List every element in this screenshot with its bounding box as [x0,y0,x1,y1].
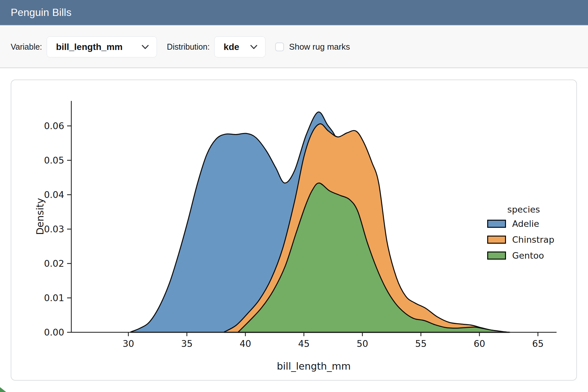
svg-text:60: 60 [474,338,485,349]
legend-item: Gentoo [487,251,560,261]
svg-text:0.05: 0.05 [44,155,64,166]
distribution-select-value: kde [224,42,239,52]
partial-chart-corner-peek [0,387,6,392]
distribution-select[interactable]: kde [214,36,265,57]
svg-text:55: 55 [415,338,427,349]
distribution-label: Distribution: [167,42,210,52]
page-title: Penguin Bills [11,6,72,18]
svg-text:40: 40 [240,338,251,349]
chart-card: 30354045505560650.000.010.020.030.040.05… [11,80,577,381]
svg-text:35: 35 [181,338,193,349]
svg-text:65: 65 [532,338,544,349]
legend-label: Chinstrap [512,235,554,245]
legend-swatch [487,236,506,244]
svg-text:0.03: 0.03 [44,224,64,235]
variable-label: Variable: [11,42,42,52]
svg-text:45: 45 [298,338,310,349]
rug-checkbox-group: Show rug marks [275,42,350,52]
legend: species AdelieChinstrapGentoo [487,204,560,266]
variable-select[interactable]: bill_length_mm [47,36,157,57]
controls-toolbar: Variable: bill_length_mm Distribution: k… [0,26,588,68]
legend-label: Gentoo [512,251,544,261]
svg-text:0.06: 0.06 [44,121,64,131]
rug-checkbox[interactable] [275,43,284,51]
legend-label: Adelie [512,219,539,229]
legend-item: Adelie [487,219,560,229]
x-axis-title: bill_length_mm [119,361,508,372]
app-header: Penguin Bills [0,0,588,26]
svg-text:0.04: 0.04 [44,190,64,200]
y-axis-title: Density [34,198,46,235]
svg-text:0.02: 0.02 [44,258,64,269]
legend-title: species [487,204,560,214]
svg-text:0.01: 0.01 [44,293,64,303]
variable-select-value: bill_length_mm [56,42,123,52]
legend-swatch [487,220,506,228]
legend-item: Chinstrap [487,235,560,245]
legend-rows: AdelieChinstrapGentoo [487,219,560,261]
legend-swatch [487,251,506,260]
rug-checkbox-label: Show rug marks [289,42,350,52]
chevron-down-icon [250,45,257,49]
svg-text:30: 30 [123,338,134,349]
svg-text:0.00: 0.00 [44,327,64,338]
svg-text:50: 50 [357,338,368,349]
chevron-down-icon [142,45,149,49]
